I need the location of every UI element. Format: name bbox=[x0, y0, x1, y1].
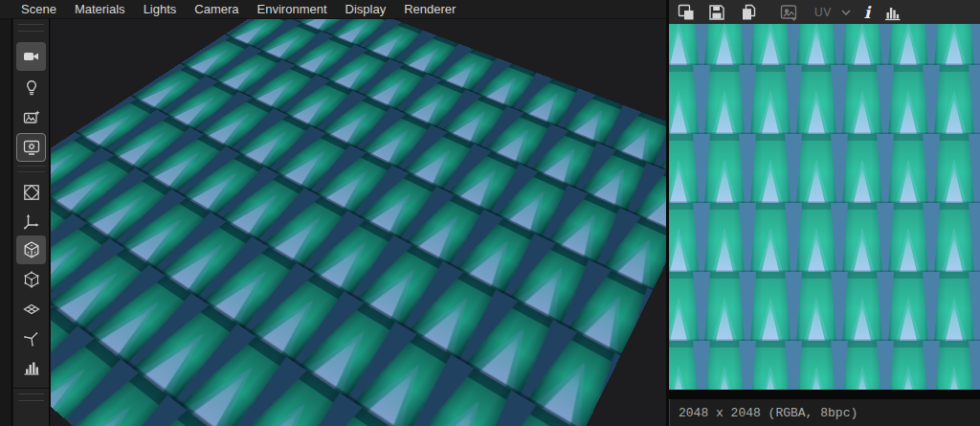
histogram-icon[interactable] bbox=[882, 2, 902, 23]
info-icon[interactable]: i bbox=[864, 2, 870, 23]
light-bulb-icon bbox=[22, 78, 41, 98]
menu-lights[interactable]: Lights bbox=[144, 2, 177, 16]
axis-spokes-icon bbox=[22, 328, 41, 348]
histogram-button[interactable] bbox=[16, 353, 46, 382]
texture-status-bar: 2048 x 2048 (RGBA, 8bpc) bbox=[669, 399, 980, 426]
lights-button[interactable] bbox=[16, 74, 46, 102]
rail-grip-handle-bottom[interactable] bbox=[18, 393, 44, 401]
plane-diamond-icon bbox=[22, 300, 41, 319]
material-viewer-app: Scene Materials Lights Camera Environmen… bbox=[0, 0, 980, 426]
tool-rail bbox=[13, 19, 50, 426]
menu-bar: Scene Materials Lights Camera Environmen… bbox=[0, 0, 666, 19]
collapsed-panel-strip[interactable] bbox=[0, 19, 12, 426]
menu-display[interactable]: Display bbox=[345, 2, 387, 16]
move-gizmo-button[interactable] bbox=[16, 207, 46, 235]
rail-divider bbox=[17, 166, 45, 172]
rail-grip-handle[interactable] bbox=[18, 24, 44, 32]
texture-resolution-text: 2048 x 2048 (RGBA, 8bpc) bbox=[679, 406, 858, 420]
menu-environment[interactable]: Environment bbox=[257, 2, 327, 16]
menu-materials[interactable]: Materials bbox=[75, 2, 125, 16]
info-glyph: i bbox=[864, 3, 870, 22]
menu-renderer[interactable]: Renderer bbox=[404, 2, 456, 16]
texture-panel-gap bbox=[669, 390, 980, 399]
image-export-icon[interactable] bbox=[779, 2, 799, 23]
display-settings-button[interactable] bbox=[16, 133, 46, 162]
video-camera-icon bbox=[22, 47, 41, 66]
menu-scene[interactable]: Scene bbox=[21, 2, 56, 16]
uv-grid-icon bbox=[22, 183, 41, 202]
cube-icon bbox=[22, 240, 41, 259]
camera-view-button[interactable] bbox=[16, 42, 46, 71]
display-gear-icon bbox=[22, 138, 41, 157]
mesh-cube-button[interactable] bbox=[16, 235, 46, 264]
texture-map bbox=[669, 24, 980, 390]
roof-tile-mesh-surface bbox=[51, 19, 666, 426]
uv-grid-button[interactable] bbox=[16, 178, 46, 207]
copy-icon[interactable] bbox=[739, 2, 758, 23]
environment-image-icon bbox=[22, 108, 41, 127]
roof-tile-mesh bbox=[51, 19, 666, 426]
texture-toolbar: UV i bbox=[669, 0, 980, 24]
uv-mode-dropdown[interactable]: UV bbox=[814, 2, 832, 23]
move-axes-icon bbox=[22, 212, 41, 231]
chevron-down-icon[interactable] bbox=[839, 2, 853, 23]
3d-viewport[interactable] bbox=[51, 19, 666, 426]
uv-label: UV bbox=[814, 6, 832, 19]
rail-separator-line bbox=[13, 388, 49, 389]
menu-camera[interactable]: Camera bbox=[194, 2, 238, 16]
environment-button[interactable] bbox=[16, 103, 46, 132]
wireframe-cube-icon bbox=[22, 270, 41, 289]
save-icon[interactable] bbox=[707, 2, 726, 23]
histogram-bars-icon bbox=[22, 358, 41, 377]
ground-plane-button[interactable] bbox=[16, 295, 46, 324]
bounds-cube-button[interactable] bbox=[16, 265, 46, 294]
texture-2d-view[interactable] bbox=[669, 24, 980, 390]
screenshot-icon[interactable] bbox=[677, 2, 696, 23]
axis-spokes-button[interactable] bbox=[16, 324, 46, 352]
